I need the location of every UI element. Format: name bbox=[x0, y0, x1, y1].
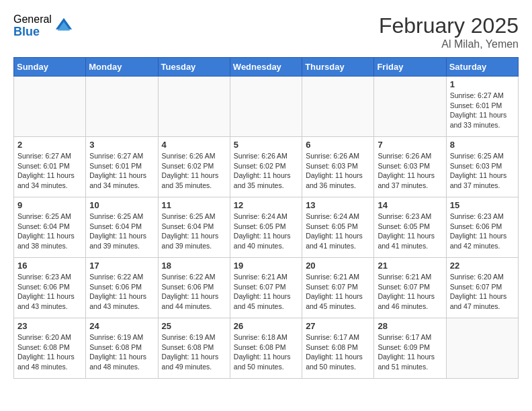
calendar-day-3: 3Sunrise: 6:27 AM Sunset: 6:01 PM Daylig… bbox=[86, 137, 158, 197]
day-number: 15 bbox=[450, 200, 515, 210]
day-info: Sunrise: 6:23 AM Sunset: 6:05 PM Dayligh… bbox=[378, 212, 442, 251]
day-number: 18 bbox=[162, 261, 226, 271]
calendar-empty-cell bbox=[374, 77, 446, 137]
calendar-day-16: 16Sunrise: 6:23 AM Sunset: 6:06 PM Dayli… bbox=[14, 258, 86, 318]
calendar-day-1: 1Sunrise: 6:27 AM Sunset: 6:01 PM Daylig… bbox=[446, 77, 518, 137]
day-info: Sunrise: 6:27 AM Sunset: 6:01 PM Dayligh… bbox=[450, 91, 515, 130]
calendar-empty-cell bbox=[446, 318, 518, 379]
day-info: Sunrise: 6:26 AM Sunset: 6:02 PM Dayligh… bbox=[234, 151, 298, 191]
day-info: Sunrise: 6:20 AM Sunset: 6:07 PM Dayligh… bbox=[450, 272, 515, 312]
day-info: Sunrise: 6:19 AM Sunset: 6:08 PM Dayligh… bbox=[89, 332, 154, 372]
calendar-day-9: 9Sunrise: 6:25 AM Sunset: 6:04 PM Daylig… bbox=[14, 197, 86, 258]
day-number: 2 bbox=[17, 140, 82, 150]
day-number: 9 bbox=[17, 200, 82, 210]
calendar-day-8: 8Sunrise: 6:25 AM Sunset: 6:03 PM Daylig… bbox=[446, 137, 518, 197]
day-number: 25 bbox=[162, 321, 226, 331]
day-number: 11 bbox=[162, 200, 226, 210]
day-info: Sunrise: 6:21 AM Sunset: 6:07 PM Dayligh… bbox=[378, 272, 442, 312]
day-number: 7 bbox=[378, 140, 442, 150]
calendar-day-5: 5Sunrise: 6:26 AM Sunset: 6:02 PM Daylig… bbox=[230, 137, 302, 197]
calendar-day-26: 26Sunrise: 6:18 AM Sunset: 6:08 PM Dayli… bbox=[230, 318, 302, 379]
weekday-header-tuesday: Tuesday bbox=[158, 58, 230, 77]
day-info: Sunrise: 6:26 AM Sunset: 6:02 PM Dayligh… bbox=[162, 151, 226, 191]
weekday-header-sunday: Sunday bbox=[14, 58, 86, 77]
calendar-day-17: 17Sunrise: 6:22 AM Sunset: 6:06 PM Dayli… bbox=[86, 258, 158, 318]
calendar-week-row: 23Sunrise: 6:20 AM Sunset: 6:08 PM Dayli… bbox=[14, 318, 519, 379]
day-info: Sunrise: 6:17 AM Sunset: 6:09 PM Dayligh… bbox=[378, 332, 442, 372]
day-info: Sunrise: 6:22 AM Sunset: 6:06 PM Dayligh… bbox=[89, 272, 154, 312]
day-info: Sunrise: 6:21 AM Sunset: 6:07 PM Dayligh… bbox=[234, 272, 298, 312]
weekday-header-wednesday: Wednesday bbox=[230, 58, 302, 77]
calendar-day-19: 19Sunrise: 6:21 AM Sunset: 6:07 PM Dayli… bbox=[230, 258, 302, 318]
day-number: 19 bbox=[234, 261, 298, 271]
calendar-day-21: 21Sunrise: 6:21 AM Sunset: 6:07 PM Dayli… bbox=[374, 258, 446, 318]
day-number: 16 bbox=[17, 261, 82, 271]
calendar-day-11: 11Sunrise: 6:25 AM Sunset: 6:04 PM Dayli… bbox=[158, 197, 230, 258]
day-info: Sunrise: 6:23 AM Sunset: 6:06 PM Dayligh… bbox=[450, 212, 515, 251]
day-number: 23 bbox=[17, 321, 82, 331]
calendar-table: SundayMondayTuesdayWednesdayThursdayFrid… bbox=[13, 57, 519, 379]
day-number: 8 bbox=[450, 140, 515, 150]
day-number: 28 bbox=[378, 321, 442, 331]
day-number: 12 bbox=[234, 200, 298, 210]
logo-icon bbox=[54, 17, 73, 36]
weekday-header-row: SundayMondayTuesdayWednesdayThursdayFrid… bbox=[14, 58, 519, 77]
day-number: 1 bbox=[450, 79, 515, 89]
calendar-day-27: 27Sunrise: 6:17 AM Sunset: 6:08 PM Dayli… bbox=[302, 318, 374, 379]
day-info: Sunrise: 6:26 AM Sunset: 6:03 PM Dayligh… bbox=[378, 151, 442, 191]
day-info: Sunrise: 6:23 AM Sunset: 6:06 PM Dayligh… bbox=[17, 272, 82, 312]
calendar-day-10: 10Sunrise: 6:25 AM Sunset: 6:04 PM Dayli… bbox=[86, 197, 158, 258]
day-number: 21 bbox=[378, 261, 442, 271]
day-number: 13 bbox=[306, 200, 370, 210]
day-info: Sunrise: 6:26 AM Sunset: 6:03 PM Dayligh… bbox=[306, 151, 370, 191]
logo-blue: Blue bbox=[13, 26, 52, 39]
calendar-day-20: 20Sunrise: 6:21 AM Sunset: 6:07 PM Dayli… bbox=[302, 258, 374, 318]
weekday-header-saturday: Saturday bbox=[446, 58, 518, 77]
weekday-header-monday: Monday bbox=[86, 58, 158, 77]
calendar-day-7: 7Sunrise: 6:26 AM Sunset: 6:03 PM Daylig… bbox=[374, 137, 446, 197]
calendar-empty-cell bbox=[14, 77, 86, 137]
logo-general: General bbox=[13, 13, 52, 26]
calendar-empty-cell bbox=[158, 77, 230, 137]
day-number: 10 bbox=[89, 200, 154, 210]
calendar-empty-cell bbox=[230, 77, 302, 137]
day-info: Sunrise: 6:18 AM Sunset: 6:08 PM Dayligh… bbox=[234, 332, 298, 372]
day-info: Sunrise: 6:19 AM Sunset: 6:08 PM Dayligh… bbox=[162, 332, 226, 372]
day-number: 22 bbox=[450, 261, 515, 271]
day-info: Sunrise: 6:27 AM Sunset: 6:01 PM Dayligh… bbox=[89, 151, 154, 191]
day-number: 24 bbox=[89, 321, 154, 331]
calendar-day-4: 4Sunrise: 6:26 AM Sunset: 6:02 PM Daylig… bbox=[158, 137, 230, 197]
day-number: 6 bbox=[306, 140, 370, 150]
calendar-day-28: 28Sunrise: 6:17 AM Sunset: 6:09 PM Dayli… bbox=[374, 318, 446, 379]
day-info: Sunrise: 6:27 AM Sunset: 6:01 PM Dayligh… bbox=[17, 151, 82, 191]
title-block: February 2025 Al Milah, Yemen bbox=[379, 13, 519, 50]
day-number: 26 bbox=[234, 321, 298, 331]
day-info: Sunrise: 6:21 AM Sunset: 6:07 PM Dayligh… bbox=[306, 272, 370, 312]
calendar-day-24: 24Sunrise: 6:19 AM Sunset: 6:08 PM Dayli… bbox=[86, 318, 158, 379]
calendar-day-22: 22Sunrise: 6:20 AM Sunset: 6:07 PM Dayli… bbox=[446, 258, 518, 318]
calendar-day-23: 23Sunrise: 6:20 AM Sunset: 6:08 PM Dayli… bbox=[14, 318, 86, 379]
day-number: 4 bbox=[162, 140, 226, 150]
day-number: 20 bbox=[306, 261, 370, 271]
weekday-header-thursday: Thursday bbox=[302, 58, 374, 77]
month-year: February 2025 bbox=[379, 13, 519, 38]
day-info: Sunrise: 6:25 AM Sunset: 6:04 PM Dayligh… bbox=[89, 212, 154, 251]
calendar-week-row: 9Sunrise: 6:25 AM Sunset: 6:04 PM Daylig… bbox=[14, 197, 519, 258]
day-number: 3 bbox=[89, 140, 154, 150]
calendar-day-15: 15Sunrise: 6:23 AM Sunset: 6:06 PM Dayli… bbox=[446, 197, 518, 258]
calendar-empty-cell bbox=[86, 77, 158, 137]
calendar-day-14: 14Sunrise: 6:23 AM Sunset: 6:05 PM Dayli… bbox=[374, 197, 446, 258]
calendar-day-25: 25Sunrise: 6:19 AM Sunset: 6:08 PM Dayli… bbox=[158, 318, 230, 379]
day-number: 14 bbox=[378, 200, 442, 210]
day-info: Sunrise: 6:24 AM Sunset: 6:05 PM Dayligh… bbox=[234, 212, 298, 251]
day-info: Sunrise: 6:20 AM Sunset: 6:08 PM Dayligh… bbox=[17, 332, 82, 372]
day-info: Sunrise: 6:22 AM Sunset: 6:06 PM Dayligh… bbox=[162, 272, 226, 312]
calendar-day-18: 18Sunrise: 6:22 AM Sunset: 6:06 PM Dayli… bbox=[158, 258, 230, 318]
day-info: Sunrise: 6:25 AM Sunset: 6:03 PM Dayligh… bbox=[450, 151, 515, 191]
page-header: General Blue February 2025 Al Milah, Yem… bbox=[13, 13, 519, 50]
calendar-week-row: 2Sunrise: 6:27 AM Sunset: 6:01 PM Daylig… bbox=[14, 137, 519, 197]
calendar-week-row: 1Sunrise: 6:27 AM Sunset: 6:01 PM Daylig… bbox=[14, 77, 519, 137]
day-number: 27 bbox=[306, 321, 370, 331]
day-info: Sunrise: 6:25 AM Sunset: 6:04 PM Dayligh… bbox=[17, 212, 82, 251]
day-number: 17 bbox=[89, 261, 154, 271]
